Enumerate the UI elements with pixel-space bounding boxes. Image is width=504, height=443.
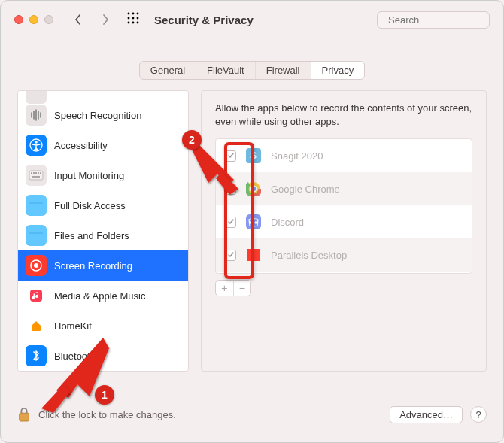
svg-point-36 — [250, 221, 253, 224]
bt-icon — [26, 345, 47, 366]
app-icon — [244, 245, 263, 265]
folder-icon — [26, 225, 47, 246]
app-name-label: Discord — [271, 217, 304, 228]
svg-point-7 — [132, 22, 135, 24]
sidebar-item-label: Files and Folders — [54, 230, 129, 241]
remove-app-button[interactable]: − — [234, 281, 251, 296]
app-checkbox[interactable] — [225, 184, 236, 195]
footer: Click the lock to make changes. Advanced… — [1, 394, 503, 442]
target-icon — [26, 255, 47, 276]
folder-icon — [26, 195, 47, 216]
sidebar-item-files-and-folders[interactable]: Files and Folders — [18, 220, 188, 250]
sidebar-item-label: Media & Apple Music — [54, 290, 145, 302]
svg-rect-20 — [33, 172, 35, 174]
sidebar-item-media-apple-music[interactable]: Media & Apple Music — [18, 281, 188, 311]
permission-description: Allow the apps below to record the conte… — [215, 102, 472, 128]
svg-point-34 — [251, 187, 256, 191]
app-name-label: Google Chrome — [271, 184, 340, 195]
back-button[interactable] — [68, 11, 88, 29]
app-name-label: Snagit 2020 — [271, 150, 323, 162]
app-checkbox[interactable] — [225, 217, 236, 228]
sidebar-item-accessibility[interactable]: Accessibility — [18, 130, 188, 160]
keyboard-icon — [26, 165, 47, 186]
right-pane: Allow the apps below to record the conte… — [201, 90, 487, 372]
svg-point-5 — [137, 17, 139, 20]
sidebar-item-bluetooth[interactable]: Bluetooth — [18, 341, 188, 371]
minimize-window-button[interactable] — [29, 15, 38, 24]
sidebar-item-homekit[interactable]: HomeKit — [18, 311, 188, 341]
sidebar-item-label: Bluetooth — [54, 350, 96, 362]
chevron-right-icon — [101, 14, 110, 26]
tab-privacy[interactable]: Privacy — [311, 62, 365, 79]
svg-point-1 — [132, 13, 135, 15]
svg-point-3 — [128, 17, 130, 20]
svg-rect-23 — [40, 172, 41, 174]
tabs-row: GeneralFileVaultFirewallPrivacy — [1, 38, 503, 90]
show-all-button[interactable] — [127, 12, 139, 27]
sidebar-item-screen-recording[interactable]: Screen Recording — [18, 250, 188, 281]
svg-point-0 — [128, 13, 130, 15]
sidebar-item-label: Accessibility — [54, 140, 108, 151]
advanced-button[interactable]: Advanced… — [390, 406, 463, 423]
svg-rect-40 — [20, 413, 29, 421]
chevron-left-icon — [74, 14, 83, 26]
sidebar-item-input-monitoring[interactable]: Input Monitoring — [18, 160, 188, 190]
search-input[interactable] — [388, 14, 504, 26]
fullscreen-window-button[interactable] — [44, 15, 53, 24]
lock-icon[interactable] — [17, 406, 31, 423]
sidebar-item-label: Full Disk Access — [54, 200, 126, 211]
app-icon — [244, 212, 263, 232]
sidebar-item-label: Input Monitoring — [54, 170, 124, 181]
app-icon — [244, 179, 263, 199]
sidebar-item-label: HomeKit — [54, 320, 92, 332]
tab-firewall[interactable]: Firewall — [256, 62, 311, 79]
app-row-snagit-2020[interactable]: SSnagit 2020 — [216, 139, 472, 172]
svg-rect-22 — [38, 172, 39, 174]
title-bar: Security & Privacy — [1, 1, 503, 38]
tab-general[interactable]: General — [140, 62, 196, 79]
app-row-parallels-desktop[interactable]: Parallels Desktop — [216, 238, 472, 272]
search-field[interactable] — [377, 11, 490, 29]
app-row-discord[interactable]: Discord — [216, 205, 472, 238]
svg-point-6 — [128, 22, 130, 24]
app-row-google-chrome[interactable]: Google Chrome — [216, 172, 472, 205]
privacy-category-sidebar[interactable]: Speech RecognitionAccessibilityInput Mon… — [17, 90, 189, 372]
tab-filevault[interactable]: FileVault — [196, 62, 256, 79]
window-controls — [14, 15, 53, 24]
lock-hint-text: Click the lock to make changes. — [38, 409, 176, 420]
add-remove-buttons: + − — [215, 280, 251, 296]
svg-point-17 — [35, 141, 38, 144]
svg-point-4 — [132, 17, 135, 20]
access-icon — [26, 135, 47, 156]
app-name-label: Parallels Desktop — [271, 250, 347, 261]
svg-rect-39 — [254, 249, 260, 261]
forward-button[interactable] — [96, 11, 115, 29]
app-checkbox[interactable] — [225, 150, 236, 162]
svg-rect-19 — [31, 172, 32, 174]
app-icon: S — [244, 146, 263, 165]
sidebar-item-label: Screen Recording — [54, 260, 132, 272]
home-icon — [26, 315, 47, 336]
siri-icon — [26, 105, 47, 126]
svg-point-26 — [34, 263, 38, 268]
help-button[interactable]: ? — [470, 406, 487, 423]
app-checkbox[interactable] — [225, 250, 236, 261]
sidebar-item-full-disk-access[interactable]: Full Disk Access — [18, 190, 188, 220]
svg-rect-35 — [246, 214, 261, 229]
svg-point-37 — [255, 221, 257, 224]
sidebar-item-speech-recognition[interactable]: Speech Recognition — [18, 100, 188, 130]
svg-rect-38 — [247, 249, 253, 261]
app-permission-list[interactable]: SSnagit 2020Google ChromeDiscordParallel… — [215, 138, 472, 274]
svg-point-2 — [137, 13, 139, 15]
svg-rect-24 — [32, 176, 40, 178]
grid-icon — [127, 12, 139, 24]
svg-rect-21 — [35, 172, 37, 174]
add-app-button[interactable]: + — [216, 281, 234, 296]
svg-text:S: S — [250, 150, 257, 161]
svg-rect-18 — [29, 171, 43, 180]
sidebar-item-partial[interactable] — [18, 90, 188, 100]
svg-point-8 — [137, 22, 139, 24]
window-title: Security & Privacy — [154, 14, 254, 26]
music-icon — [26, 285, 47, 306]
close-window-button[interactable] — [14, 15, 23, 24]
